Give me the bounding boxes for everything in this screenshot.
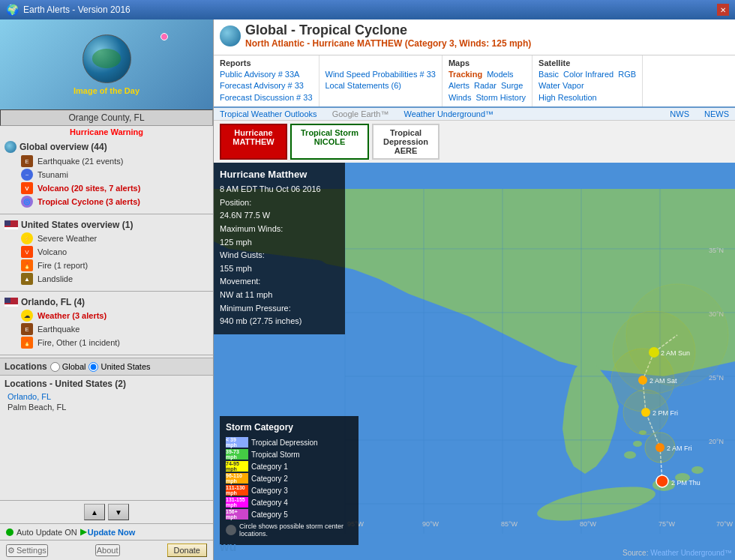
earth-icon: 🌍 [6,4,19,16]
nav-wind-speed[interactable]: Wind Speed Probabilities # 33 [326,69,436,80]
settings-icon: ⚙ [8,546,15,556]
tropical-outlooks-link[interactable]: Tropical Weather Outlooks [220,109,317,118]
sidebar-item-orlando-weather[interactable]: ☁ Weather (3 alerts) [4,309,208,322]
maps-title: Maps [448,58,526,67]
us-radio-option[interactable]: United States [88,362,150,372]
nav-winds[interactable]: Winds [448,92,472,103]
maps-group: Maps Tracking Models Alerts Radar Surge … [442,55,532,106]
nav-forecast-discussion[interactable]: Forecast Discussion # 33 [220,92,313,103]
location-orlando[interactable]: Orlando, FL [4,391,208,402]
nav-color-infrared[interactable]: Color Infrared [563,69,614,80]
close-button[interactable]: ✕ [717,4,729,16]
nav-radar[interactable]: Radar [474,80,496,91]
nav-storm-history[interactable]: Storm History [476,92,526,103]
sidebar-item-landslide[interactable]: ▲ Landslide [4,272,208,286]
orlando-fire-icon: 🔥 [21,337,33,349]
sidebar-item-tsunami[interactable]: ~ Tsunami [4,168,208,181]
svg-text:35°N: 35°N [709,247,724,254]
fire-icon: 🔥 [21,259,33,271]
header-title: Global - Tropical Cyclone North Atlantic… [220,22,729,49]
svg-text:25°N: 25°N [709,374,724,382]
sidebar-item-cyclone[interactable]: 🌀 Tropical Cyclone (3 alerts) [4,195,208,208]
sidebar-item-volcano[interactable]: V Volcano (20 sites, 7 alerts) [4,181,208,195]
legend-row-1: 39-73 mph Tropical Storm [226,449,352,460]
nav-forecast-advisory[interactable]: Forecast Advisory # 33 [220,80,313,91]
sidebar-item-severe-weather[interactable]: ⚡ Severe Weather [4,232,208,245]
svg-text:20°N: 20°N [709,438,724,445]
svg-text:80°W: 80°W [580,520,597,528]
sidebar-item-earthquake[interactable]: E Earthquake (21 events) [4,154,208,168]
image-of-day[interactable]: Image of the Day [0,19,213,109]
donate-button[interactable]: Donate [167,544,207,557]
legend-row-2: 74-95 mph Category 1 [226,461,352,472]
legend-row-0: < 39 mph Tropical Depression [226,437,352,448]
svg-point-45 [649,347,659,358]
satellite-group: Satellite Basic Color Infrared RGB Water… [532,55,643,106]
about-button[interactable]: About [95,544,120,556]
sidebar-bottom: Auto Update ON ▶ Update Now [0,523,213,540]
news-link[interactable]: NEWS [704,109,729,118]
scroll-up-button[interactable]: ▲ [84,504,105,520]
scroll-down-button[interactable]: ▼ [108,504,129,520]
nav-basic[interactable]: Basic [538,69,559,80]
wave-icon: ~ [21,169,33,181]
svg-point-9 [633,441,642,447]
nws-link[interactable]: NWS [670,109,689,118]
nav-surge[interactable]: Surge [501,80,523,91]
header-text: Global - Tropical Cyclone North Atlantic… [245,22,531,49]
us-flag-icon [4,220,18,229]
play-icon: ▶ [80,527,86,537]
nav-public-advisory[interactable]: Public Advisory # 33A [220,69,313,80]
reports-group2: . Wind Speed Probabilities # 33 Local St… [320,55,442,106]
nav-high-res[interactable]: High Resolution [538,92,636,103]
svg-text:85°W: 85°W [501,520,518,528]
svg-text:90°W: 90°W [422,520,440,528]
sidebar-item-orlando-fire[interactable]: 🔥 Fire, Other (1 incident) [4,336,208,349]
hurricane-info-title: Hurricane Matthew [220,169,339,180]
source-link[interactable]: Weather Underground™ [650,549,732,557]
severe-weather-icon: ⚡ [21,232,33,244]
legend-color-3: 96-110 mph [226,473,248,484]
storm-tab-nicole[interactable]: Tropical Storm NICOLE [290,124,369,160]
image-of-day-label: Image of the Day [74,86,140,95]
nav-local-statements[interactable]: Local Statements (6) [326,80,436,91]
nav-models[interactable]: Models [487,69,513,80]
sidebar-item-fire[interactable]: 🔥 Fire (1 report) [4,259,208,272]
hurricane-warning: Hurricane Warning [0,126,213,138]
location-display[interactable]: Orange County, FL [0,109,213,126]
divider-2 [0,291,213,292]
nav-alerts[interactable]: Alerts [448,80,470,91]
sidebar-footer: ⚙ Settings About Donate [0,540,213,560]
nav-water-vapor[interactable]: Water Vapor [538,80,636,91]
us-volcano-icon: V [21,246,33,258]
global-radio[interactable] [50,362,60,372]
settings-button[interactable]: ⚙ Settings [6,544,48,557]
sidebar-item-us-volcano[interactable]: V Volcano [4,245,208,259]
update-now-button[interactable]: ▶ Update Now [80,527,136,537]
storm-tab-matthew[interactable]: Hurricane MATTHEW [220,124,287,160]
wu-logo: wu [220,541,236,554]
nav-rgb[interactable]: RGB [618,69,636,80]
storm-tabs: Hurricane MATTHEW Tropical Storm NICOLE … [214,121,735,163]
us-overview-header: United States overview (1) [4,220,208,230]
cyclone-icon: 🌀 [21,196,33,208]
svg-text:75°W: 75°W [658,520,676,528]
weather-underground-link[interactable]: Weather Underground™ [404,109,494,118]
storm-legend: Storm Category < 39 mph Tropical Depress… [220,416,358,545]
svg-point-35 [626,284,728,386]
satellite-title: Satellite [538,58,636,67]
map-area: 35°N 30°N 25°N 20°N 95°W 90°W 85°W 80°W … [214,163,735,560]
legend-title: Storm Category [226,422,352,433]
app-title: Earth Alerts - Version 2016 [23,4,130,15]
titlebar-left: 🌍 Earth Alerts - Version 2016 [6,4,130,16]
nav-tracking[interactable]: Tracking [448,69,482,80]
sidebar-item-orlando-quake[interactable]: E Earthquake [4,322,208,336]
legend-circle [226,525,236,535]
us-radio[interactable] [88,362,98,372]
legend-color-6: 156+ mph [226,509,248,520]
legend-row-3: 96-110 mph Category 2 [226,473,352,484]
storm-tab-aere[interactable]: Tropical Depression AERE [372,124,440,160]
main-title: Global - Tropical Cyclone [245,22,531,38]
globe-flag-icon [4,141,16,153]
global-radio-option[interactable]: Global [50,362,86,372]
